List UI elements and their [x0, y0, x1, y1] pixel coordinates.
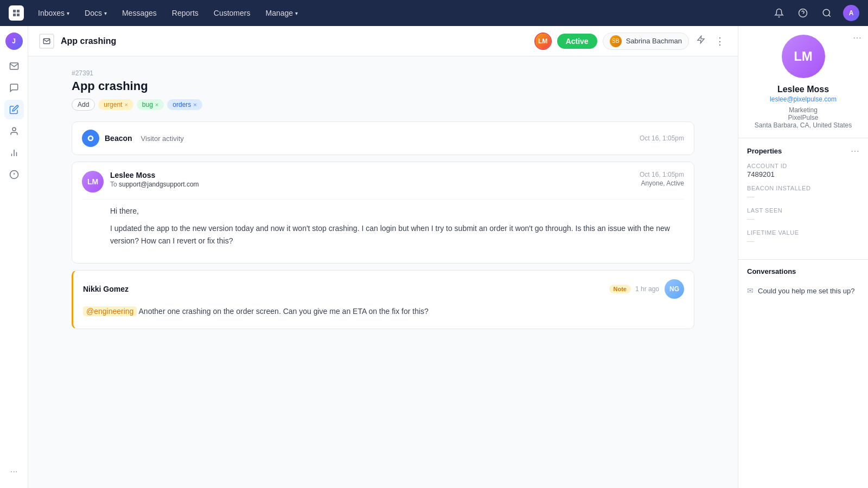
- note-card: Nikki Gomez Note 1 hr ago NG @engineerin…: [72, 270, 694, 329]
- user-avatar[interactable]: A: [843, 5, 859, 21]
- left-sidebar: J ···: [0, 26, 28, 488]
- right-sidebar: ⋯ LM Leslee Moss leslee@pixelpulse.com M…: [738, 26, 868, 488]
- contact-location: Santa Barbara, CA, United States: [747, 121, 859, 129]
- sidebar-item-chat[interactable]: [4, 78, 24, 98]
- conversation-list-item[interactable]: ✉ Could you help me set this up?: [747, 282, 859, 299]
- sidebar-item-inbox[interactable]: [4, 56, 24, 76]
- note-time: 1 hr ago: [635, 285, 659, 293]
- contact-name: Leslee Moss: [747, 85, 859, 94]
- svg-line-3: [828, 15, 830, 16]
- note-author-avatar: NG: [665, 279, 684, 299]
- svg-point-2: [823, 9, 829, 16]
- message-time: Oct 16, 1:05pm: [640, 171, 684, 178]
- help-icon[interactable]: [795, 5, 810, 21]
- nav-right-actions: A: [771, 5, 859, 21]
- ticket-subject: App crashing: [72, 79, 694, 93]
- nav-messages[interactable]: Messages: [117, 5, 162, 21]
- ticket-number: #27391: [72, 69, 694, 77]
- app-layout: J ··· App crashing: [0, 26, 868, 488]
- remove-urgent-tag[interactable]: ×: [124, 101, 127, 108]
- sender-avatar: LM: [82, 171, 104, 192]
- nav-docs[interactable]: Docs ▾: [79, 5, 112, 21]
- beacon-value: —: [747, 192, 859, 201]
- conversations-title: Conversations: [747, 267, 796, 275]
- email-message-card: LM Leslee Moss To support@jandgsupport.c…: [72, 162, 694, 264]
- last-seen-property: Last Seen —: [747, 207, 859, 223]
- beacon-sub: Visitor activity: [141, 134, 184, 143]
- properties-more-icon[interactable]: ⋯: [851, 146, 859, 156]
- sidebar-more-icon[interactable]: ···: [4, 462, 24, 481]
- main-content: App crashing LM Active SB Sabrina Bachma…: [28, 26, 738, 488]
- lifetime-value-property: Lifetime Value —: [747, 229, 859, 245]
- account-id-value: 7489201: [747, 170, 859, 178]
- beacon-activity-card: Beacon Visitor activity Oct 16, 1:05pm: [72, 121, 694, 155]
- conversation-title: App crashing: [61, 36, 528, 46]
- lifetime-value-label: Lifetime Value: [747, 229, 859, 236]
- beacon-icon: [82, 130, 99, 147]
- tag-orders[interactable]: orders ×: [167, 99, 202, 110]
- more-options-icon[interactable]: ⋮: [713, 33, 727, 49]
- contact-department: Marketing: [747, 106, 859, 114]
- status-button[interactable]: Active: [557, 34, 597, 49]
- conversation-body: #27391 App crashing Add urgent × bug × o…: [28, 56, 738, 488]
- beacon-property: Beacon Installed —: [747, 185, 859, 201]
- chevron-down-icon: ▾: [295, 10, 298, 16]
- mention: @engineering: [83, 306, 137, 316]
- nav-manage[interactable]: Manage ▾: [260, 5, 303, 21]
- tags-row: Add urgent × bug × orders ×: [72, 99, 694, 111]
- sidebar-item-compose[interactable]: [4, 100, 24, 119]
- properties-title: Properties: [747, 147, 782, 155]
- message-divider: [82, 199, 684, 200]
- conversation-type-icon: [39, 34, 54, 49]
- nav-customers[interactable]: Customers: [208, 5, 256, 21]
- svg-point-13: [89, 137, 92, 139]
- tag-urgent[interactable]: urgent ×: [98, 99, 133, 110]
- contact-avatar-large: LM: [782, 35, 825, 78]
- message-body: Hi there, I updated the app to the new v…: [82, 205, 684, 247]
- svg-point-4: [12, 127, 16, 131]
- contact-header: ⋯ LM Leslee Moss leslee@pixelpulse.com M…: [738, 26, 868, 138]
- note-sender: Nikki Gomez: [83, 285, 609, 293]
- last-seen-label: Last Seen: [747, 207, 859, 214]
- chevron-down-icon: ▾: [104, 10, 107, 16]
- sidebar-item-labels[interactable]: [4, 165, 24, 184]
- search-icon[interactable]: [819, 5, 834, 21]
- tag-bug[interactable]: bug ×: [137, 99, 164, 110]
- sidebar-user-avatar[interactable]: J: [5, 33, 23, 50]
- remove-orders-tag[interactable]: ×: [193, 101, 196, 108]
- lifetime-value-value: —: [747, 237, 859, 245]
- notifications-icon[interactable]: [771, 5, 787, 21]
- conversations-section: Conversations ✉ Could you help me set th…: [738, 260, 868, 307]
- nav-reports[interactable]: Reports: [167, 5, 204, 21]
- chevron-down-icon: ▾: [67, 10, 69, 16]
- beacon-label: Beacon Installed: [747, 185, 859, 191]
- beacon-time: Oct 16, 1:05pm: [640, 134, 684, 142]
- beacon-label: Beacon: [105, 134, 132, 143]
- conversation-header: App crashing LM Active SB Sabrina Bachma…: [28, 26, 738, 56]
- assigned-agent-selector[interactable]: SB Sabrina Bachman: [603, 33, 689, 50]
- properties-section: Properties ⋯ Account ID 7489201 Beacon I…: [738, 138, 868, 260]
- note-body: @engineering Another one crashing on the…: [83, 305, 684, 317]
- contact-email[interactable]: leslee@pixelpulse.com: [747, 95, 859, 103]
- assignee-avatar[interactable]: LM: [534, 33, 552, 50]
- account-id-property: Account ID 7489201: [747, 163, 859, 178]
- conversation-list-text: Could you help me set this up?: [758, 287, 855, 295]
- message-status: Anyone, Active: [640, 179, 684, 187]
- add-tag-button[interactable]: Add: [72, 99, 95, 111]
- nav-inboxes[interactable]: Inboxes ▾: [33, 5, 75, 21]
- contact-more-button[interactable]: ⋯: [853, 33, 861, 43]
- sidebar-item-contacts[interactable]: [4, 121, 24, 141]
- account-id-label: Account ID: [747, 163, 859, 169]
- message-to: To support@jandgsupport.com: [110, 181, 633, 188]
- lightning-icon[interactable]: [694, 33, 707, 49]
- top-navigation: Inboxes ▾ Docs ▾ Messages Reports Custom…: [0, 0, 868, 26]
- contact-company: PixelPulse: [747, 114, 859, 121]
- agent-avatar: SB: [610, 35, 622, 47]
- conversation-header-actions: LM Active SB Sabrina Bachman ⋮: [534, 33, 727, 50]
- remove-bug-tag[interactable]: ×: [155, 101, 158, 108]
- logo[interactable]: [9, 5, 24, 21]
- last-seen-value: —: [747, 215, 859, 223]
- sidebar-item-reports[interactable]: [4, 143, 24, 163]
- svg-marker-11: [698, 36, 704, 43]
- sender-name: Leslee Moss: [110, 171, 633, 179]
